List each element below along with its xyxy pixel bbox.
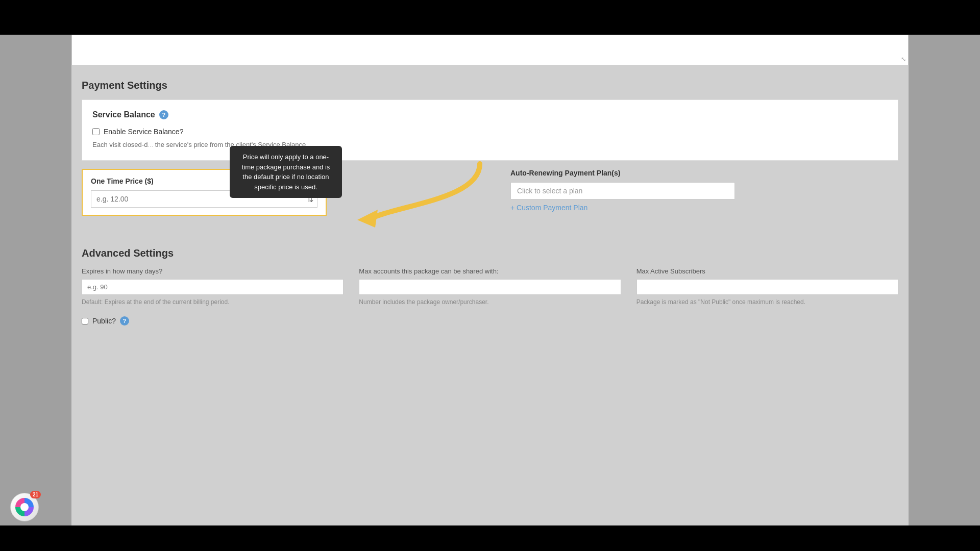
pricing-row: One Time Price ($) ⇅ Auto-Renewing Payme… [82,169,898,235]
public-label: Public? [92,317,116,325]
payment-plans-section: Auto-Renewing Payment Plan(s) Click to s… [510,169,898,212]
expires-hint: Default: Expires at the end of the curre… [82,298,344,307]
enable-service-balance-row: Enable Service Balance? [92,128,888,136]
custom-payment-plan-link[interactable]: + Custom Payment Plan [510,204,587,212]
app-pie-icon [14,497,35,517]
resize-handle[interactable]: ⤡ [901,56,906,63]
max-accounts-input[interactable] [359,279,621,295]
expires-field: Expires in how many days? Default: Expir… [82,267,344,307]
svg-marker-0 [357,210,378,228]
main-content: ⤡ Payment Settings Service Balance ? Ena… [71,35,909,525]
public-row: Public? ? [71,306,909,325]
arrow-annotation [347,154,490,235]
svg-point-2 [20,503,29,511]
top-textarea-area: ⤡ [71,35,909,65]
max-accounts-hint: Number includes the package owner/purcha… [359,298,621,307]
bottom-bar [0,525,980,551]
public-checkbox[interactable] [82,318,88,324]
enable-service-balance-label: Enable Service Balance? [104,128,183,136]
max-accounts-label: Max accounts this package can be shared … [359,267,621,275]
app-icon-wrapper[interactable]: 21 [10,493,39,521]
enable-service-balance-checkbox[interactable] [92,128,100,135]
advanced-fields-row: Expires in how many days? Default: Expir… [71,267,909,307]
service-balance-description: Each visit closed-d... the service's pri… [92,140,888,150]
max-subscribers-hint: Package is marked as "Not Public" once m… [636,298,898,307]
tooltip-box: Price will only apply to a one-time pack… [230,146,342,198]
max-accounts-field: Max accounts this package can be shared … [359,267,621,307]
app-badge: 21 [30,491,41,498]
payment-settings-title: Payment Settings [71,69,909,99]
service-balance-title: Service Balance [92,110,155,119]
max-subscribers-label: Max Active Subscribers [636,267,898,275]
service-balance-header: Service Balance ? [92,110,888,119]
arrow-svg [347,154,490,235]
service-balance-card: Service Balance ? Enable Service Balance… [82,99,898,161]
expires-input[interactable] [82,279,344,295]
payment-plans-label: Auto-Renewing Payment Plan(s) [510,169,898,177]
max-subscribers-field: Max Active Subscribers Package is marked… [636,267,898,307]
public-info-icon[interactable]: ? [120,316,129,325]
expires-label: Expires in how many days? [82,267,344,275]
app-icon-container: 21 [10,493,39,521]
advanced-settings-title: Advanced Settings [71,235,909,267]
plan-select-box[interactable]: Click to select a plan [510,182,735,199]
top-bar [0,0,980,35]
service-balance-info-icon[interactable]: ? [159,110,168,119]
max-subscribers-input[interactable] [636,279,898,295]
